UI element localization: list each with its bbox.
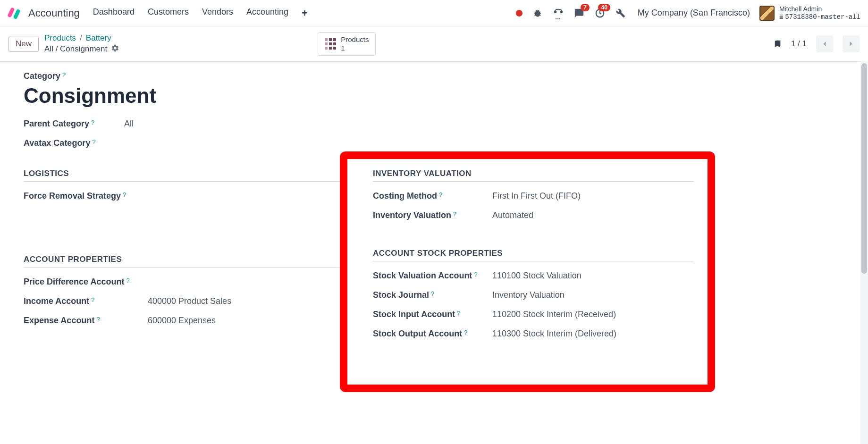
stock-input-account-value[interactable]: 110200 Stock Interim (Received) — [492, 310, 616, 319]
stock-journal-label: Stock Journal? — [373, 290, 479, 300]
expense-account-label: Expense Account? — [24, 316, 135, 326]
breadcrumb-current: All / Consignment — [44, 44, 107, 54]
income-account-label: Income Account? — [24, 296, 135, 306]
stock-output-account-label: Stock Output Account? — [373, 329, 479, 339]
costing-method-label: Costing Method? — [373, 191, 479, 201]
svg-rect-0 — [8, 7, 15, 17]
account-properties-section-title: Account Properties — [24, 255, 345, 268]
messages-icon[interactable]: 7 — [573, 8, 585, 19]
breadcrumb: Products / Battery — [44, 34, 119, 43]
menu-dashboard[interactable]: Dashboard — [93, 7, 135, 19]
help-icon[interactable]: ? — [439, 191, 442, 198]
messages-badge: 7 — [581, 4, 590, 11]
svg-point-3 — [560, 11, 562, 13]
breadcrumb-sep: / — [80, 34, 82, 43]
help-icon[interactable]: ? — [91, 119, 94, 126]
main-menu: Dashboard Customers Vendors Accounting + — [93, 7, 512, 19]
breadcrumb-battery[interactable]: Battery — [86, 34, 111, 43]
account-stock-section-title: Account Stock Properties — [373, 249, 694, 261]
help-icon[interactable]: ? — [474, 271, 477, 278]
help-icon[interactable]: ? — [123, 191, 126, 198]
user-name: Mitchell Admin — [779, 5, 860, 13]
activities-icon[interactable]: 40 — [594, 8, 606, 19]
add-menu-icon[interactable]: + — [302, 7, 308, 19]
stat-label: Products — [341, 35, 369, 44]
help-icon[interactable]: ? — [62, 71, 66, 78]
list-icon — [325, 38, 336, 50]
pager-prev-button[interactable] — [816, 35, 833, 52]
menu-vendors[interactable]: Vendors — [202, 7, 233, 19]
stock-valuation-account-label: Stock Valuation Account? — [373, 271, 479, 281]
app-name[interactable]: Accounting — [28, 7, 80, 19]
user-menu[interactable]: Mitchell Admin ≣57318380-master-all — [759, 5, 860, 21]
breadcrumb-products[interactable]: Products — [44, 34, 76, 43]
page-title[interactable]: Consignment — [24, 84, 694, 108]
record-indicator-icon[interactable] — [516, 10, 522, 17]
menu-customers[interactable]: Customers — [148, 7, 189, 19]
form-view: Category? Consignment Parent Category? A… — [0, 62, 717, 444]
scrollbar-thumb[interactable] — [861, 63, 867, 274]
top-navbar: Accounting Dashboard Customers Vendors A… — [0, 0, 868, 26]
help-icon[interactable]: ? — [431, 290, 434, 297]
help-icon[interactable]: ? — [457, 310, 460, 317]
income-account-value[interactable]: 400000 Product Sales — [148, 296, 231, 306]
app-logo[interactable] — [8, 7, 21, 20]
stock-output-account-value[interactable]: 110300 Stock Interim (Delivered) — [492, 329, 616, 339]
tools-icon[interactable] — [615, 8, 626, 19]
bookmark-icon[interactable] — [773, 39, 782, 49]
avatar — [759, 6, 775, 21]
force-removal-label: Force Removal Strategy? — [24, 191, 135, 201]
gear-icon[interactable] — [111, 44, 119, 55]
parent-category-label: Parent Category? — [24, 119, 111, 129]
products-stat-button[interactable]: Products 1 — [318, 32, 376, 56]
database-name: ≣57318380-master-all — [779, 13, 860, 21]
inventory-valuation-value[interactable]: Automated — [492, 210, 533, 220]
help-icon[interactable]: ? — [126, 277, 129, 284]
parent-category-value[interactable]: All — [124, 119, 134, 129]
stock-input-account-label: Stock Input Account? — [373, 310, 479, 319]
help-icon[interactable]: ? — [464, 329, 467, 336]
stock-valuation-account-value[interactable]: 110100 Stock Valuation — [492, 271, 581, 281]
costing-method-value[interactable]: First In First Out (FIFO) — [492, 191, 581, 201]
bug-icon[interactable] — [532, 8, 543, 19]
company-selector[interactable]: My Company (San Francisco) — [638, 8, 750, 18]
pager-next-button[interactable] — [843, 35, 860, 52]
menu-accounting[interactable]: Accounting — [246, 7, 288, 19]
systray: ▪▪▪ 7 40 — [516, 8, 626, 19]
help-icon[interactable]: ? — [453, 210, 456, 218]
scrollbar[interactable] — [860, 61, 868, 444]
phone-icon[interactable]: ▪▪▪ — [553, 8, 564, 19]
help-icon[interactable]: ? — [96, 316, 100, 323]
activities-badge: 40 — [598, 4, 610, 11]
inventory-valuation-section-title: Inventory Valuation — [373, 169, 694, 182]
help-icon[interactable]: ? — [91, 296, 94, 303]
stat-count: 1 — [341, 44, 369, 52]
control-panel: New Products / Battery All / Consignment… — [0, 26, 868, 62]
stock-journal-value[interactable]: Inventory Valuation — [492, 290, 565, 300]
logistics-section-title: Logistics — [24, 169, 345, 182]
svg-point-2 — [555, 11, 556, 13]
svg-rect-1 — [13, 8, 21, 19]
pager-text[interactable]: 1 / 1 — [791, 39, 807, 49]
new-button[interactable]: New — [8, 36, 39, 52]
price-diff-label: Price Difference Account? — [24, 277, 135, 287]
avatax-category-label: Avatax Category? — [24, 138, 111, 148]
expense-account-value[interactable]: 600000 Expenses — [148, 316, 216, 326]
inventory-valuation-label: Inventory Valuation? — [373, 210, 479, 220]
category-label: Category? — [24, 71, 66, 81]
help-icon[interactable]: ? — [92, 138, 95, 145]
